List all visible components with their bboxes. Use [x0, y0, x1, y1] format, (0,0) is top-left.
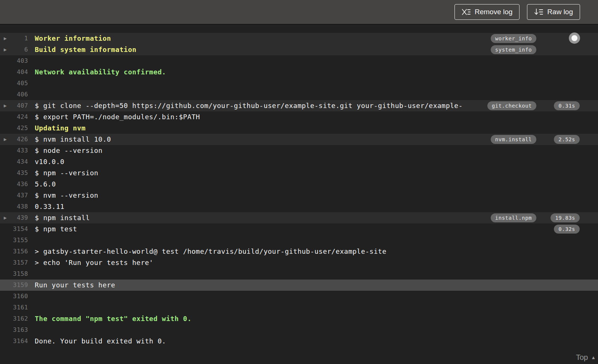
log-row: 3159Run your tests here — [0, 280, 598, 291]
log-row[interactable]: ▶6Build system informationsystem_info — [0, 44, 598, 55]
line-number-link[interactable]: 434 — [17, 158, 28, 165]
log-line-text: Worker information — [35, 33, 465, 44]
line-number-link[interactable]: 3161 — [13, 304, 28, 311]
log-row[interactable]: ▶439$ npm installinstall.npm19.83s — [0, 212, 598, 223]
line-number-link[interactable]: 3163 — [13, 326, 28, 333]
line-number-link[interactable]: 424 — [17, 113, 28, 120]
log-row-gutter: 436 — [0, 179, 35, 190]
fold-toggle-icon[interactable]: ▶ — [4, 44, 7, 55]
duration-badge: 2.52s — [554, 135, 580, 144]
log-line-text: v10.0.0 — [35, 156, 598, 167]
line-number-link[interactable]: 426 — [17, 136, 28, 143]
line-number-link[interactable]: 436 — [17, 181, 28, 188]
raw-log-icon — [534, 8, 543, 16]
duration-badge: 19.83s — [551, 213, 580, 222]
log-row: 405 — [0, 78, 598, 89]
fold-toggle-icon[interactable]: ▶ — [4, 33, 7, 44]
log-row-gutter: 3155 — [0, 235, 35, 246]
log-row-gutter: 3164 — [0, 336, 35, 347]
log-line-text: $ npm --version — [35, 167, 598, 179]
line-number-link[interactable]: 437 — [17, 192, 28, 199]
log-row: 3162The command "npm test" exited with 0… — [0, 313, 598, 324]
line-number-link[interactable]: 3164 — [13, 337, 28, 345]
log-row-gutter: ▶1 — [0, 33, 35, 44]
log-row-gutter: 3156 — [0, 246, 35, 257]
line-number-link[interactable]: 3159 — [13, 281, 28, 289]
log-row[interactable]: ▶407$ git clone --depth=50 https://githu… — [0, 100, 598, 111]
log-line-text: 5.6.0 — [35, 179, 598, 190]
duration-badge: 0.32s — [554, 225, 580, 234]
line-number-link[interactable]: 433 — [17, 147, 28, 154]
line-number-link[interactable]: 3155 — [13, 237, 28, 244]
log-row-gutter: 3160 — [0, 291, 35, 302]
line-number-link[interactable]: 3157 — [13, 259, 28, 266]
log-row-gutter: 405 — [0, 78, 35, 89]
line-number-link[interactable]: 3154 — [13, 225, 28, 232]
raw-log-label: Raw log — [547, 8, 573, 16]
line-number-link[interactable]: 3158 — [13, 270, 28, 277]
line-number-link[interactable]: 3160 — [13, 293, 28, 300]
log-line-text: 0.33.11 — [35, 201, 598, 212]
line-number-link[interactable]: 403 — [17, 57, 28, 64]
log-row[interactable]: ▶1Worker informationworker_info — [0, 33, 598, 44]
fold-name-badge: nvm.install — [491, 135, 536, 144]
log-line-text: $ nvm install 10.0 — [35, 134, 465, 145]
scroll-position-indicator[interactable] — [569, 33, 580, 44]
log-row-gutter: 3159 — [0, 280, 35, 291]
log-row: 3160 — [0, 291, 598, 302]
line-number-link[interactable]: 3162 — [13, 315, 28, 322]
line-number-link[interactable]: 405 — [17, 80, 28, 87]
scroll-to-top-link[interactable]: Top ▲ — [576, 353, 596, 362]
log-line-text: $ export PATH=./node_modules/.bin:$PATH — [35, 111, 598, 123]
log-row-gutter: 433 — [0, 145, 35, 156]
line-number-link[interactable]: 439 — [17, 214, 28, 221]
log-row[interactable]: ▶426$ nvm install 10.0nvm.install2.52s — [0, 134, 598, 145]
log-row: 434v10.0.0 — [0, 156, 598, 167]
chevron-up-icon: ▲ — [591, 355, 596, 360]
log-row-gutter: 425 — [0, 123, 35, 134]
line-number-link[interactable]: 1 — [24, 35, 28, 42]
fold-toggle-icon[interactable]: ▶ — [4, 212, 7, 223]
log-line-text: > echo 'Run your tests here' — [35, 257, 598, 268]
line-number-link[interactable]: 3156 — [13, 248, 28, 255]
line-number-link[interactable]: 425 — [17, 124, 28, 132]
log-row: 435$ npm --version — [0, 167, 598, 179]
log-row: 3164Done. Your build exited with 0. — [0, 336, 598, 347]
fold-toggle-icon[interactable]: ▶ — [4, 134, 7, 145]
top-link-label: Top — [576, 353, 588, 362]
log-line-text: $ node --version — [35, 145, 598, 156]
fold-name-badge: worker_info — [491, 34, 536, 43]
log-row-gutter: 437 — [0, 190, 35, 201]
line-number-link[interactable]: 438 — [17, 203, 28, 210]
fold-toggle-icon[interactable]: ▶ — [4, 100, 7, 111]
log-line-text: > gatsby-starter-hello-world@ test /home… — [35, 246, 598, 257]
line-number-link[interactable]: 6 — [24, 46, 28, 53]
log-row: 3161 — [0, 302, 598, 313]
line-number-link[interactable]: 404 — [17, 68, 28, 75]
log-view: ▶1Worker informationworker_info▶6Build s… — [0, 25, 598, 363]
log-row: 406 — [0, 89, 598, 100]
log-row: 4380.33.11 — [0, 201, 598, 212]
log-line-text: $ npm test — [35, 223, 598, 235]
line-number-link[interactable]: 435 — [17, 169, 28, 176]
fold-name-badge: system_info — [491, 45, 536, 54]
log-row: 3158 — [0, 268, 598, 280]
log-row-gutter: 3163 — [0, 324, 35, 336]
raw-log-button[interactable]: Raw log — [527, 4, 580, 20]
log-line-text: $ nvm --version — [35, 190, 598, 201]
log-row: 3157> echo 'Run your tests here' — [0, 257, 598, 268]
log-row-gutter: 3157 — [0, 257, 35, 268]
line-number-link[interactable]: 407 — [17, 102, 28, 109]
fold-name-badge: install.npm — [491, 213, 536, 222]
log-row: 424$ export PATH=./node_modules/.bin:$PA… — [0, 111, 598, 123]
remove-log-label: Remove log — [475, 8, 512, 16]
log-line-text: $ git clone --depth=50 https://github.co… — [35, 100, 465, 111]
log-row: 3156> gatsby-starter-hello-world@ test /… — [0, 246, 598, 257]
log-line-text: $ npm install — [35, 212, 465, 223]
log-line-text: Build system information — [35, 44, 465, 55]
log-row-gutter: 424 — [0, 111, 35, 123]
remove-log-button[interactable]: Remove log — [454, 4, 520, 20]
line-number-link[interactable]: 406 — [17, 91, 28, 98]
log-line-text: Updating nvm — [35, 123, 598, 134]
log-row: 403 — [0, 55, 598, 67]
